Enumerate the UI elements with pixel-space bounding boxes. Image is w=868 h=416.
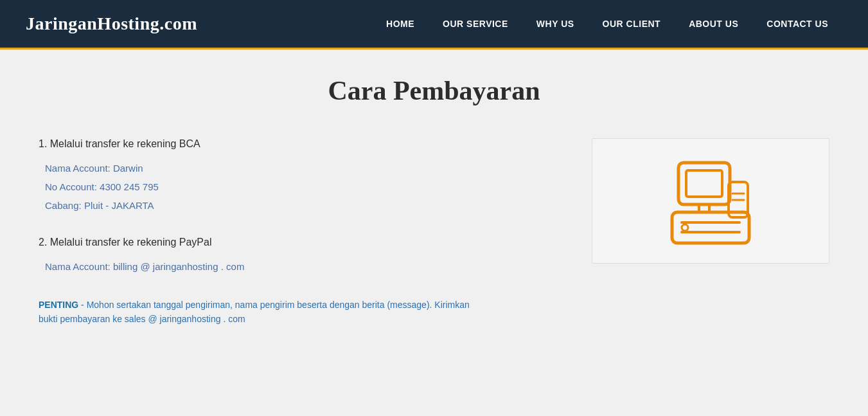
site-logo[interactable]: JaringanHosting.com <box>26 14 197 34</box>
bca-no: No Account: 4300 245 795 <box>39 181 488 192</box>
navbar: JaringanHosting.com HOME OUR SERVICE WHY… <box>0 0 868 50</box>
nav-link-our-service[interactable]: OUR SERVICE <box>429 0 522 49</box>
pos-terminal-icon <box>659 150 762 253</box>
nav-item-our-service[interactable]: OUR SERVICE <box>429 0 522 49</box>
payment-info: 1. Melalui transfer ke rekening BCA Nama… <box>39 138 488 327</box>
pos-image-box <box>592 138 829 264</box>
nav-item-home[interactable]: HOME <box>372 0 429 49</box>
bca-no-label: No Account: <box>45 181 100 192</box>
nav-links: HOME OUR SERVICE WHY US OUR CLIENT ABOUT… <box>372 0 842 49</box>
nav-link-home[interactable]: HOME <box>372 0 429 49</box>
important-text: - Mohon sertakan tanggal pengiriman, nam… <box>39 300 470 324</box>
payment-section-bca: 1. Melalui transfer ke rekening BCA Nama… <box>39 138 488 211</box>
paypal-nama-value: billing @ jaringanhosting . com <box>113 261 245 272</box>
page-title: Cara Pembayaran <box>39 75 829 106</box>
main-content: Cara Pembayaran 1. Melalui transfer ke r… <box>0 50 868 352</box>
svg-point-9 <box>682 224 688 231</box>
bca-cabang-value: Pluit - JAKARTA <box>84 200 154 211</box>
nav-item-contact-us[interactable]: CONTACT US <box>752 0 842 49</box>
nav-item-why-us[interactable]: WHY US <box>522 0 589 49</box>
bca-nama: Nama Account: Darwin <box>39 163 488 174</box>
nav-item-about-us[interactable]: ABOUT US <box>675 0 752 49</box>
bca-heading: 1. Melalui transfer ke rekening BCA <box>39 138 488 150</box>
nav-item-our-client[interactable]: OUR CLIENT <box>589 0 675 49</box>
bca-nama-value: Darwin <box>113 163 143 174</box>
paypal-nama-label: Nama Account: <box>45 261 113 272</box>
nav-link-about-us[interactable]: ABOUT US <box>675 0 752 49</box>
bca-no-value: 4300 245 795 <box>100 181 159 192</box>
nav-link-our-client[interactable]: OUR CLIENT <box>589 0 675 49</box>
bca-cabang: Cabang: Pluit - JAKARTA <box>39 200 488 211</box>
payment-section-paypal: 2. Melalui transfer ke rekening PayPal N… <box>39 237 488 272</box>
penting-label: PENTING <box>39 300 78 310</box>
paypal-heading: 2. Melalui transfer ke rekening PayPal <box>39 237 488 248</box>
svg-rect-1 <box>686 170 722 197</box>
bca-nama-label: Nama Account: <box>45 163 113 174</box>
nav-link-contact-us[interactable]: CONTACT US <box>752 0 842 49</box>
bca-cabang-label: Cabang: <box>45 200 84 211</box>
content-wrapper: 1. Melalui transfer ke rekening BCA Nama… <box>39 138 829 327</box>
paypal-email: Nama Account: billing @ jaringanhosting … <box>39 261 488 272</box>
important-note: PENTING - Mohon sertakan tanggal pengiri… <box>39 298 488 327</box>
nav-link-why-us[interactable]: WHY US <box>522 0 589 49</box>
